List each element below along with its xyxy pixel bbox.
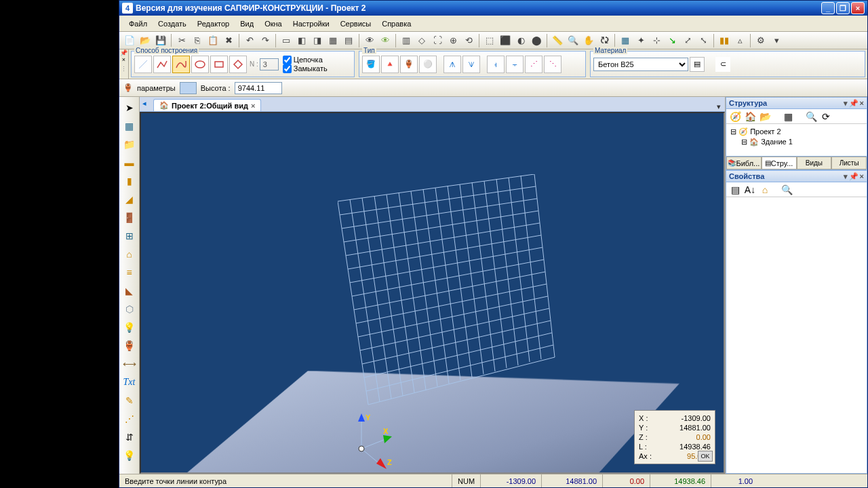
- new-icon[interactable]: 📄: [122, 33, 137, 48]
- close-checkbox[interactable]: Замыкать: [283, 64, 328, 73]
- struct-table-icon[interactable]: ▦: [782, 110, 794, 123]
- material-browse-icon[interactable]: ▤: [690, 57, 705, 72]
- rect-tool[interactable]: [210, 56, 228, 73]
- tb-b-icon[interactable]: ⬚: [482, 33, 497, 48]
- open-icon[interactable]: 📂: [138, 33, 153, 48]
- props-dropdown-icon[interactable]: ▾: [844, 172, 848, 181]
- tab-views[interactable]: Виды: [797, 157, 832, 169]
- struct-nav-icon[interactable]: 🧭: [729, 110, 741, 123]
- polyline-tool[interactable]: [153, 56, 171, 73]
- props-home-icon[interactable]: ⌂: [759, 184, 771, 196]
- maximize-button[interactable]: ❐: [836, 2, 850, 14]
- column-tool[interactable]: ▮: [121, 173, 138, 189]
- level-tool[interactable]: ⇵: [121, 429, 138, 445]
- tb-last-icon[interactable]: ▵: [732, 33, 747, 48]
- menu-file[interactable]: Файл: [123, 18, 153, 30]
- type-vase-icon[interactable]: 🏺: [400, 56, 418, 73]
- material-select[interactable]: Бетон B25: [593, 58, 688, 71]
- pointer-tool[interactable]: ➤: [121, 100, 138, 116]
- tab-prev-icon[interactable]: ◂: [142, 99, 146, 108]
- snap4-icon[interactable]: ⤢: [680, 33, 695, 48]
- 3d-viewport[interactable]: Y X Z X :-1309.00 Y :14881.00 Z :0.00 L …: [140, 112, 725, 474]
- copy-icon[interactable]: ⎘: [190, 33, 205, 48]
- type-profile5-icon[interactable]: ⋰: [525, 56, 542, 73]
- height-input[interactable]: [235, 82, 282, 94]
- cut-icon[interactable]: ✂: [174, 33, 189, 48]
- view3-icon[interactable]: ◨: [310, 33, 325, 48]
- snap3-icon[interactable]: ↘: [665, 33, 679, 48]
- layers-icon[interactable]: ▮▮: [717, 33, 732, 48]
- material-extra-icon[interactable]: ⊂: [715, 57, 730, 72]
- close-button[interactable]: ×: [851, 2, 865, 14]
- show-icon[interactable]: 👁: [378, 33, 393, 48]
- snap2-icon[interactable]: ⊹: [649, 33, 664, 48]
- tab-close-icon[interactable]: ×: [251, 102, 255, 110]
- light-tool[interactable]: 💡: [121, 319, 138, 336]
- line-tool[interactable]: [134, 56, 152, 73]
- beam-tool[interactable]: ◢: [121, 191, 138, 207]
- tb-d-icon[interactable]: ◐: [513, 33, 528, 48]
- menu-windows[interactable]: Окна: [259, 18, 288, 30]
- coord-ok-button[interactable]: OK: [698, 451, 713, 462]
- menu-help[interactable]: Справка: [376, 18, 416, 30]
- fit-icon[interactable]: ⛶: [430, 33, 445, 48]
- grid-tool[interactable]: ▦: [121, 118, 138, 134]
- structure-tree[interactable]: ⊟ 🧭 Проект 2 ⊟ 🏠 Здание 1: [726, 124, 867, 156]
- diamond-tool[interactable]: [229, 56, 247, 73]
- structure-close-icon[interactable]: ×: [860, 99, 864, 108]
- type-sphere-icon[interactable]: ⚪: [419, 56, 437, 73]
- vase-tool[interactable]: 🏺: [121, 338, 138, 354]
- tb-c-icon[interactable]: ⬛: [498, 33, 513, 48]
- component-tool[interactable]: ⬡: [121, 301, 138, 317]
- struct-folder-icon[interactable]: 📂: [759, 110, 771, 123]
- type-profile3-icon[interactable]: ⫞: [487, 56, 505, 73]
- view2-icon[interactable]: ◧: [294, 33, 309, 48]
- folder-tool[interactable]: 📁: [121, 136, 138, 152]
- hatch-tool[interactable]: ⋰: [121, 411, 138, 427]
- view4-icon[interactable]: ▦: [326, 33, 340, 48]
- bulb-tool[interactable]: 💡: [121, 447, 138, 464]
- document-tab[interactable]: 🏠 Проект 2:Общий вид ×: [153, 99, 261, 111]
- roof-tool[interactable]: ⌂: [121, 246, 138, 262]
- text-tool[interactable]: Txt: [121, 374, 138, 390]
- n-input[interactable]: [260, 58, 279, 70]
- stairs-tool[interactable]: ≡: [121, 264, 138, 281]
- type-profile1-icon[interactable]: ⩚: [443, 56, 461, 73]
- view1-icon[interactable]: ▭: [279, 33, 294, 48]
- line-draw-tool[interactable]: ✎: [121, 392, 138, 409]
- save-icon[interactable]: 💾: [153, 33, 168, 48]
- structure-pin-icon[interactable]: 📌: [849, 99, 859, 108]
- window-tool[interactable]: ⊞: [121, 228, 138, 244]
- pan-icon[interactable]: ✋: [581, 33, 596, 48]
- delete-icon[interactable]: ✖: [221, 33, 236, 48]
- menu-services[interactable]: Сервисы: [335, 18, 377, 30]
- type-profile6-icon[interactable]: ⋱: [544, 56, 561, 73]
- menu-settings[interactable]: Настройки: [288, 18, 335, 30]
- slab-tool[interactable]: ▬: [121, 155, 138, 171]
- props-cat-icon[interactable]: ▤: [729, 184, 741, 196]
- type-cone-icon[interactable]: 🔺: [381, 56, 399, 73]
- hide-icon[interactable]: 👁: [362, 33, 377, 48]
- door-tool[interactable]: 🚪: [121, 209, 138, 226]
- menu-editor[interactable]: Редактор: [192, 18, 235, 30]
- spline-tool[interactable]: [172, 56, 190, 73]
- props-sort-icon[interactable]: A↓: [744, 184, 756, 196]
- view5-icon[interactable]: ▤: [341, 33, 356, 48]
- menu-view[interactable]: Вид: [235, 18, 259, 30]
- perspective-icon[interactable]: ◇: [414, 33, 429, 48]
- tb-a-icon[interactable]: ⟲: [461, 33, 476, 48]
- struct-find-icon[interactable]: 🔍: [805, 110, 817, 123]
- settings-icon[interactable]: ⚙: [753, 33, 768, 48]
- project-icon[interactable]: ▥: [399, 33, 414, 48]
- tab-dropdown-icon[interactable]: ▾: [717, 102, 721, 111]
- dimension-tool[interactable]: ⟷: [121, 356, 138, 372]
- ellipse-tool[interactable]: [191, 56, 209, 73]
- rotate-icon[interactable]: 🗘: [597, 33, 612, 48]
- menu-create[interactable]: Создать: [153, 18, 192, 30]
- structure-dropdown-icon[interactable]: ▾: [844, 99, 848, 108]
- props-pin-icon[interactable]: 📌: [849, 172, 859, 181]
- minimize-button[interactable]: _: [821, 2, 835, 14]
- type-profile4-icon[interactable]: ⫟: [506, 56, 524, 73]
- gutter-close-icon[interactable]: ×: [122, 56, 125, 63]
- tb-e-icon[interactable]: ⬤: [529, 33, 544, 48]
